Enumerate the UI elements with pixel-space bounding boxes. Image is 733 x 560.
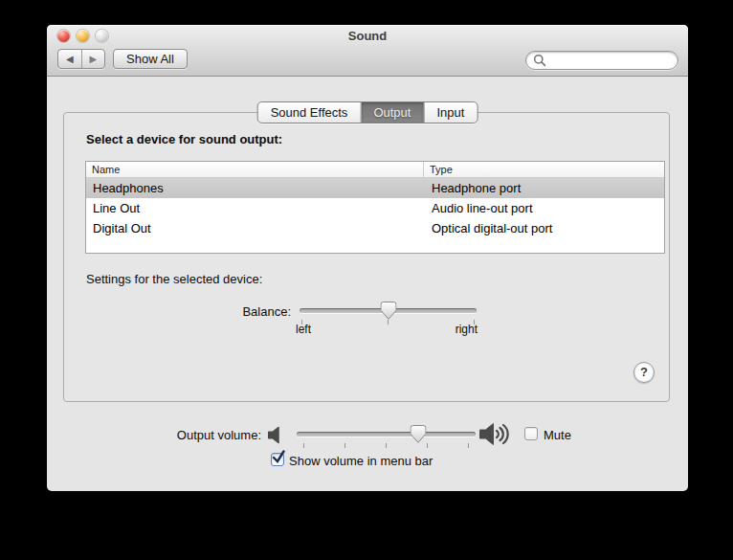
device-table-header: Name Type — [86, 162, 664, 178]
tick — [386, 443, 387, 448]
volume-slider-thumb[interactable] — [411, 425, 427, 443]
tab-bar: Sound Effects Output Input — [257, 101, 478, 123]
mute-label: Mute — [544, 428, 571, 442]
cell-name: Line Out — [86, 198, 425, 218]
search-input[interactable] — [550, 54, 671, 67]
cell-name: Headphones — [86, 178, 425, 198]
device-table: Name Type Headphones Headphone port Line… — [85, 161, 665, 254]
window-header: Sound ◀ ▶ Show All — [47, 25, 688, 77]
sound-preferences-window: Sound ◀ ▶ Show All Sound Effects Output … — [47, 25, 688, 491]
search-icon — [533, 54, 546, 67]
cell-type: Audio line-out port — [425, 198, 664, 218]
show-all-button[interactable]: Show All — [113, 49, 188, 69]
table-row[interactable]: Digital Out Optical digital-out port — [86, 218, 664, 238]
nav-buttons: ◀ ▶ — [57, 49, 105, 69]
volume-ticks — [297, 443, 476, 448]
checkmark-icon — [271, 450, 286, 465]
settings-label: Settings for the selected device: — [86, 272, 262, 286]
output-volume-slider[interactable] — [297, 425, 476, 448]
select-device-label: Select a device for sound output: — [86, 132, 282, 146]
output-volume-label: Output volume: — [70, 428, 261, 442]
tick — [388, 320, 389, 325]
balance-slider-thumb[interactable] — [380, 302, 396, 320]
window-title: Sound — [47, 29, 688, 43]
balance-label: Balance: — [64, 304, 291, 319]
forward-button[interactable]: ▶ — [81, 50, 105, 68]
tick — [427, 443, 428, 448]
balance-right-label: right — [430, 323, 478, 336]
output-pane: Select a device for sound output: Name T… — [63, 112, 670, 402]
tab-output[interactable]: Output — [360, 102, 423, 123]
table-row[interactable]: Headphones Headphone port — [86, 178, 664, 198]
balance-left-label: left — [296, 323, 311, 336]
volume-low-icon — [268, 426, 284, 444]
table-row[interactable]: Line Out Audio line-out port — [86, 198, 664, 218]
tick — [303, 443, 304, 448]
back-button[interactable]: ◀ — [58, 50, 81, 68]
help-button[interactable]: ? — [633, 362, 655, 383]
cell-name: Digital Out — [86, 218, 425, 238]
mute-checkbox[interactable] — [524, 427, 538, 440]
column-header-name: Name — [86, 162, 424, 177]
volume-slider-track[interactable] — [297, 432, 476, 437]
tick — [468, 443, 469, 448]
cell-type: Optical digital-out port — [425, 218, 664, 238]
forward-arrow-icon: ▶ — [89, 54, 97, 64]
tab-input[interactable]: Input — [423, 102, 477, 123]
column-header-type: Type — [424, 162, 664, 177]
back-arrow-icon: ◀ — [66, 54, 74, 64]
balance-slider[interactable] — [300, 302, 477, 325]
tab-sound-effects[interactable]: Sound Effects — [258, 102, 361, 123]
show-volume-label: Show volume in menu bar — [289, 454, 433, 468]
tick — [344, 443, 345, 448]
volume-high-icon — [479, 421, 512, 447]
cell-type: Headphone port — [425, 178, 664, 198]
search-field[interactable] — [525, 51, 678, 70]
show-volume-checkbox[interactable] — [271, 453, 284, 466]
